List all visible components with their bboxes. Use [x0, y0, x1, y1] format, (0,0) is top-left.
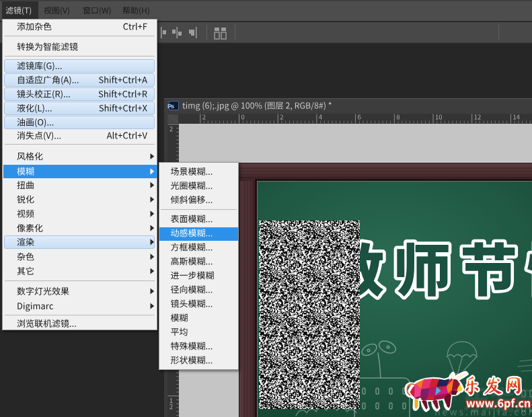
svg-text:Ps: Ps: [167, 102, 174, 110]
